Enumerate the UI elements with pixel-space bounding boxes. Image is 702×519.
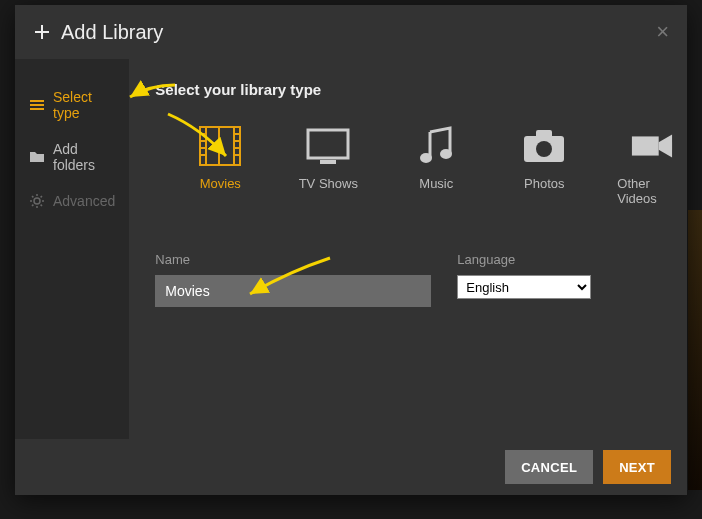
name-label: Name (155, 252, 431, 267)
folder-icon (29, 149, 45, 165)
wizard-content: Select your library type (129, 59, 702, 439)
library-type-label: TV Shows (299, 176, 358, 191)
language-field: Language English (457, 252, 591, 307)
modal-body: Select type Add folders Advanced Select … (15, 59, 687, 439)
svg-point-19 (440, 149, 452, 159)
content-heading: Select your library type (155, 81, 687, 98)
svg-rect-23 (632, 136, 659, 155)
library-type-other-videos[interactable]: Other Videos (617, 126, 687, 206)
gear-icon (29, 193, 45, 209)
library-type-row: Movies TV Shows (155, 126, 687, 206)
library-type-label: Movies (200, 176, 241, 191)
next-button[interactable]: NEXT (603, 450, 671, 484)
film-icon (198, 126, 242, 166)
plus-icon (33, 23, 51, 41)
svg-point-22 (536, 141, 552, 157)
video-camera-icon (630, 126, 674, 166)
name-field: Name (155, 252, 431, 307)
library-type-tv-shows[interactable]: TV Shows (293, 126, 363, 206)
tv-icon (306, 126, 350, 166)
svg-rect-17 (320, 160, 336, 164)
library-type-label: Other Videos (617, 176, 687, 206)
svg-rect-0 (30, 100, 44, 102)
modal-footer: CANCEL NEXT (15, 439, 687, 495)
svg-rect-5 (200, 127, 206, 165)
library-type-movies[interactable]: Movies (185, 126, 255, 206)
modal-title: Add Library (61, 21, 656, 44)
svg-point-18 (420, 153, 432, 163)
sidebar-item-label: Select type (53, 89, 115, 121)
language-select[interactable]: English (457, 275, 591, 299)
svg-point-3 (34, 198, 40, 204)
svg-rect-6 (234, 127, 240, 165)
library-type-label: Photos (524, 176, 564, 191)
svg-rect-2 (30, 108, 44, 110)
music-note-icon (414, 126, 458, 166)
language-label: Language (457, 252, 591, 267)
sidebar-item-select-type[interactable]: Select type (15, 79, 129, 131)
name-input[interactable] (155, 275, 431, 307)
sidebar-item-add-folders[interactable]: Add folders (15, 131, 129, 183)
camera-icon (522, 126, 566, 166)
close-icon[interactable]: × (656, 19, 669, 45)
cancel-button[interactable]: CANCEL (505, 450, 593, 484)
library-type-photos[interactable]: Photos (509, 126, 579, 206)
stack-icon (29, 97, 45, 113)
sidebar-item-label: Add folders (53, 141, 115, 173)
svg-rect-21 (536, 130, 552, 138)
svg-rect-1 (30, 104, 44, 106)
form-row: Name Language English (155, 252, 687, 307)
library-type-music[interactable]: Music (401, 126, 471, 206)
modal-header: Add Library × (15, 5, 687, 59)
sidebar-item-advanced[interactable]: Advanced (15, 183, 129, 219)
svg-rect-16 (308, 130, 348, 158)
library-type-label: Music (419, 176, 453, 191)
wizard-sidebar: Select type Add folders Advanced (15, 59, 129, 439)
add-library-modal: Add Library × Select type Add folders (15, 5, 687, 495)
sidebar-item-label: Advanced (53, 193, 115, 209)
